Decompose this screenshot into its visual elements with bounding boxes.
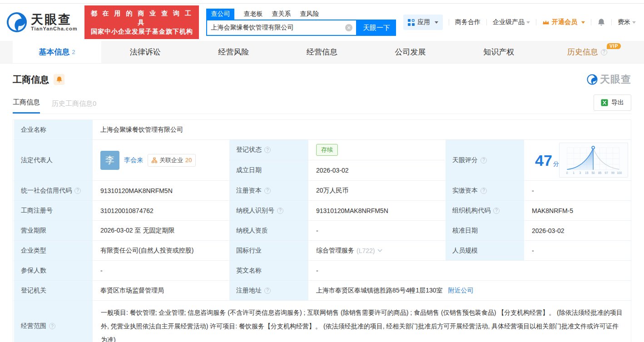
chevron-down-icon[interactable] (378, 247, 382, 252)
field-value-taxpayer-id: 91310120MAK8NRFM5N (309, 201, 445, 221)
tab-history-info[interactable]: VIP 历史信息 (543, 41, 631, 63)
tab-intellectual-property[interactable]: 知识产权 (455, 41, 543, 63)
field-label-reg-capital: 注册资本 (228, 181, 309, 201)
apps-label: 应用 (417, 18, 430, 26)
tab-basic-info[interactable]: 基本信息 2 (13, 41, 101, 63)
related-companies-count: 20 (185, 157, 192, 164)
field-value-est-date: 2026-03-02 (309, 160, 445, 181)
chevron-down-icon (632, 21, 636, 24)
field-label-company-type: 企业类型 (13, 241, 94, 261)
field-label-reg-address: 注册地址 (228, 281, 309, 301)
field-label-org-code: 组织机构代码 (445, 201, 525, 221)
top-border-line (0, 0, 644, 4)
search-tab-company[interactable]: 查公司 (206, 9, 234, 20)
search-button[interactable]: 天眼一下 (357, 20, 396, 36)
field-value-reg-capital: 20万人民币 (309, 181, 445, 201)
nav-cooperation[interactable]: 商务合作 (455, 18, 481, 26)
header-nav: 应用 商务合作 企业级产品 开通会员 费米 (403, 15, 636, 30)
field-label-taxpayer-quality: 纳税人资质 (228, 221, 309, 241)
tab-company-development[interactable]: 公司发展 (366, 41, 455, 63)
field-value-paid-capital: - (525, 181, 631, 201)
chevron-down-icon (526, 21, 530, 24)
field-value-company-name: 上海会聚缘餐饮管理有限公司 (94, 120, 631, 140)
search-tab-boss[interactable]: 查老板 (243, 9, 263, 20)
section-title: 工商信息 (13, 74, 49, 86)
app-grid-icon (408, 19, 415, 26)
help-icon[interactable] (264, 188, 271, 194)
search-input[interactable] (211, 24, 345, 31)
field-value-business-scope: 一般项目: 餐饮管理; 企业管理; 信息咨询服务 (不含许可类信息咨询服务) ;… (94, 301, 631, 342)
logo-swirl-icon (587, 74, 598, 85)
monitor-bell-button[interactable] (54, 74, 64, 85)
subtab-history-business-info[interactable]: 历史工商信息0 (52, 99, 96, 114)
help-icon[interactable] (601, 49, 607, 55)
field-value-reg-no: 310120010874762 (94, 201, 228, 221)
field-label-uscc: 统一社会信用代码 (13, 181, 94, 201)
promo-line2: 国家中小企业发展子基金旗下机构 (89, 27, 194, 36)
watermark-logo: 天眼查 (587, 73, 631, 86)
crown-icon (542, 20, 550, 25)
help-icon[interactable] (277, 208, 283, 214)
help-icon[interactable] (49, 323, 55, 329)
tab-count: 2 (72, 49, 75, 55)
field-label-staff-size: 人员规模 (445, 241, 525, 261)
nearby-companies-link[interactable]: 附近公司 (448, 287, 474, 295)
field-label-english-name: 英文名称 (228, 261, 309, 281)
nav-username[interactable]: 费米 (618, 18, 636, 26)
help-icon[interactable] (481, 157, 487, 164)
tab-operation-risk[interactable]: 经营风险 (189, 41, 278, 63)
promo-line1: 都 在 用 的 商 业 查 询 工 具 (89, 9, 194, 27)
subtab-business-info[interactable]: 工商信息 (13, 98, 40, 114)
svg-text:50: 50 (592, 171, 595, 174)
score-distribution-chart: 0 1 3 15 50 85 97 99 100 (559, 143, 628, 178)
field-value-company-type: 有限责任公司(自然人投资或控股) (94, 241, 228, 261)
legal-rep-link[interactable]: 李会来 (124, 156, 143, 164)
search-tabs: 查公司 查老板 查关系 查风险 (206, 9, 396, 20)
help-icon[interactable] (493, 208, 500, 214)
business-info-table: 企业名称 上海会聚缘餐饮管理有限公司 法定代表人 李 李会来 关联企业 20 登… (13, 119, 631, 342)
clear-search-icon[interactable]: ✕ (345, 24, 352, 31)
nav-open-vip[interactable]: 开通会员 (542, 18, 585, 26)
promo-banner: 都 在 用 的 商 业 查 询 工 具 国家中小企业发展子基金旗下机构 (84, 5, 199, 40)
field-value-taxpayer-quality: - (309, 221, 445, 241)
score-axis-ticks: 0 1 3 15 50 85 97 99 100 (566, 171, 622, 174)
tab-operation-info[interactable]: 经营信息 (278, 41, 367, 63)
tab-legal-proceedings[interactable]: 法律诉讼 (101, 41, 190, 63)
field-label-term: 营业期限 (13, 221, 94, 241)
svg-text:97: 97 (604, 171, 608, 174)
help-icon[interactable] (481, 188, 487, 194)
search-area: 查公司 查老板 查关系 查风险 ✕ 天眼一下 (206, 9, 396, 36)
apps-menu[interactable]: 应用 (403, 15, 443, 30)
company-tabbar: 基本信息 2 法律诉讼 经营风险 经营信息 公司发展 知识产权 VIP 历史信息 (0, 41, 644, 64)
export-button[interactable]: 导出 (594, 94, 631, 111)
field-label-company-name: 企业名称 (13, 120, 94, 140)
svg-text:99: 99 (611, 171, 615, 174)
watermark-text: 天眼查 (600, 73, 631, 86)
help-icon[interactable] (74, 188, 81, 194)
search-tab-risk[interactable]: 查风险 (300, 9, 319, 20)
field-label-paid-capital: 实缴资本 (445, 181, 525, 201)
search-tab-relation[interactable]: 查关系 (272, 9, 291, 20)
legal-rep-avatar[interactable]: 李 (100, 151, 119, 170)
field-value-uscc: 91310120MAK8NRFM5N (94, 181, 228, 201)
field-value-term: 2026-03-02 至 无固定期限 (94, 221, 228, 241)
help-icon[interactable] (264, 287, 271, 294)
related-companies-badge[interactable]: 关联企业 20 (148, 154, 196, 167)
help-icon[interactable] (264, 147, 271, 153)
status-badge: 存续 (316, 144, 338, 156)
field-value-legal-rep: 李 李会来 关联企业 20 (94, 140, 228, 181)
notification-bell-icon[interactable] (597, 18, 605, 26)
field-value-reg-address: 上海市奉贤区奉城镇德胜路85号4幢1层130室 附近公司 (309, 281, 631, 301)
field-label-taxpayer-id: 纳税人识别号 (228, 201, 309, 221)
svg-text:15: 15 (585, 171, 589, 174)
vip-badge: VIP (607, 43, 621, 49)
field-label-reg-no: 工商注册号 (13, 201, 94, 221)
chevron-down-icon (581, 21, 585, 24)
field-value-industry: 综合管理服务 (L722) (309, 241, 445, 261)
nav-enterprise-products[interactable]: 企业级产品 (493, 18, 530, 26)
field-value-reg-status: 存续 (309, 140, 445, 160)
svg-text:100: 100 (617, 171, 622, 174)
main-content: 工商信息 天眼查 工商信息 历史工商信息0 导出 企业名称 上海会聚缘餐饮管理有… (0, 73, 644, 342)
tianyancha-logo[interactable]: 天眼查 TianYanCha.com (6, 12, 77, 33)
logo-title: 天眼查 (31, 13, 77, 26)
